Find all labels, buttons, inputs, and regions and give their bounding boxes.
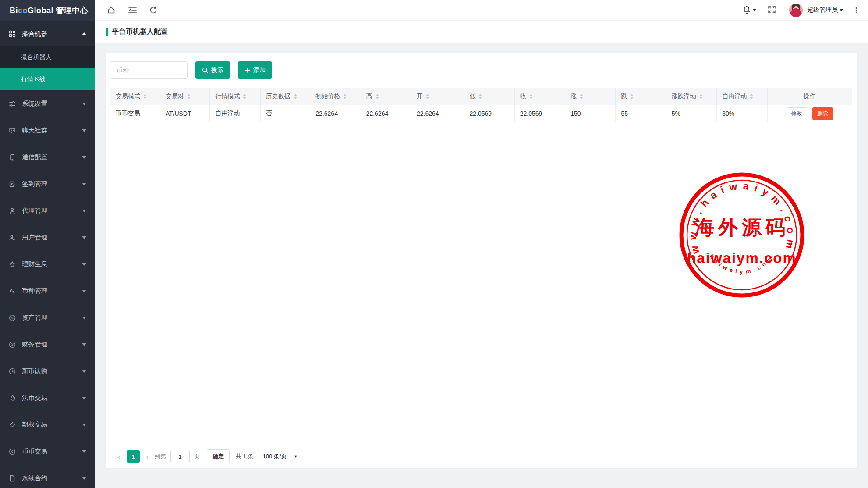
- cell-trade-mode: 币币交易: [110, 105, 160, 122]
- sort-icon[interactable]: [699, 94, 703, 99]
- phone-icon: [9, 154, 16, 161]
- column-header[interactable]: 收: [514, 88, 565, 105]
- notifications-button[interactable]: [742, 5, 756, 15]
- table-row: 币币交易 AT/USDT 自由浮动 否 22.6264 22.6264 22.6…: [110, 105, 852, 122]
- column-header[interactable]: 交易模式: [110, 88, 160, 105]
- bell-icon: [742, 5, 751, 15]
- sidebar-item-label: 新币认购: [22, 367, 47, 375]
- column-header[interactable]: 开: [411, 88, 464, 105]
- sidebar-item-system-settings[interactable]: 系统设置: [0, 90, 95, 117]
- column-header[interactable]: 自由浮动: [717, 88, 767, 105]
- admin-menu[interactable]: 超级管理员: [807, 6, 843, 14]
- sidebar-item-label: 资产管理: [22, 313, 47, 322]
- sidebar-item-coin-mgmt[interactable]: 币种管理: [0, 278, 95, 304]
- prev-page-button[interactable]: ‹: [114, 452, 124, 461]
- page-size-select[interactable]: 100 条/页 ▼: [258, 450, 302, 463]
- sort-icon[interactable]: [580, 94, 583, 99]
- cell-close: 22.0569: [514, 105, 565, 122]
- search-button[interactable]: 搜索: [195, 61, 230, 79]
- page-size-value: 100 条/页: [262, 452, 287, 460]
- svg-text:¥: ¥: [11, 342, 14, 347]
- chevron-down-icon: [82, 317, 86, 319]
- sidebar-item-label: 永续合约: [22, 474, 47, 482]
- chevron-down-icon: [82, 129, 86, 132]
- yen-circle-icon: ¥: [9, 341, 16, 348]
- sort-icon[interactable]: [294, 94, 297, 99]
- goto-page-input[interactable]: [170, 450, 190, 463]
- home-icon[interactable]: [106, 5, 116, 15]
- delete-button[interactable]: 删除: [812, 107, 833, 120]
- column-header[interactable]: 行情模式: [210, 88, 260, 105]
- sidebar-item-agent-mgmt[interactable]: 代理管理: [0, 197, 95, 224]
- avatar[interactable]: [789, 4, 803, 17]
- cell-high: 22.6264: [361, 105, 411, 122]
- sort-icon[interactable]: [529, 94, 533, 99]
- cell-pair: AT/USDT: [160, 105, 210, 122]
- column-header[interactable]: 低: [464, 88, 514, 105]
- sidebar-item-fiat-trade[interactable]: 法币交易: [0, 385, 95, 411]
- sidebar-item-matching-robot[interactable]: 撮合机器人: [0, 46, 95, 68]
- sort-icon[interactable]: [143, 94, 147, 99]
- dollar-circle-icon: $: [9, 314, 16, 321]
- sort-icon[interactable]: [343, 94, 347, 99]
- sort-icon[interactable]: [376, 94, 379, 99]
- column-header-actions: 操作: [767, 88, 852, 105]
- sidebar-item-options-trade[interactable]: 期权交易: [0, 411, 95, 438]
- cell-low: 22.0569: [464, 105, 514, 122]
- checkin-note-icon: [9, 181, 16, 188]
- sidebar-item-user-mgmt[interactable]: 用户管理: [0, 224, 95, 251]
- sidebar-item-wealth[interactable]: 理财生息: [0, 251, 95, 278]
- grid-robot-icon: [9, 30, 16, 37]
- cell-rise: 150: [565, 105, 616, 122]
- plus-icon: [244, 67, 251, 73]
- sort-icon[interactable]: [243, 94, 246, 99]
- search-input[interactable]: [110, 61, 188, 79]
- agent-person-icon: [9, 207, 16, 214]
- sidebar-item-label: 理财生息: [22, 260, 47, 268]
- kebab-menu-icon[interactable]: ⋮: [853, 7, 860, 14]
- star-icon: [9, 421, 16, 428]
- sidebar-item-finance-mgmt[interactable]: ¥ 财务管理: [0, 331, 95, 358]
- sort-icon[interactable]: [630, 94, 634, 99]
- menu-fold-icon[interactable]: [128, 5, 137, 15]
- sort-icon[interactable]: [187, 94, 191, 99]
- sidebar-item-new-coin[interactable]: 新币认购: [0, 358, 95, 385]
- column-header[interactable]: 高: [361, 88, 411, 105]
- sidebar-item-label: 用户管理: [22, 233, 47, 242]
- add-button[interactable]: 添加: [238, 61, 272, 79]
- sidebar-item-label: 财务管理: [22, 340, 47, 349]
- sliders-icon: [9, 100, 16, 107]
- chevron-down-icon: [82, 183, 86, 185]
- content-area: 搜索 添加: [95, 43, 868, 488]
- sidebar-item-chat-community[interactable]: 聊天社群: [0, 117, 95, 144]
- sort-icon[interactable]: [478, 94, 482, 99]
- chevron-down-icon: [82, 103, 86, 105]
- column-header[interactable]: 交易对: [160, 88, 210, 105]
- sort-icon[interactable]: [426, 94, 429, 99]
- sidebar-group-matching-robot[interactable]: 撮合机器: [0, 21, 95, 46]
- column-header[interactable]: 历史数据: [260, 88, 310, 105]
- fullscreen-icon[interactable]: [768, 5, 776, 15]
- sort-icon[interactable]: [750, 94, 753, 99]
- chevron-down-icon: [82, 156, 86, 159]
- sidebar-item-spot-trade[interactable]: 币币交易: [0, 438, 95, 465]
- users-icon: [9, 234, 16, 241]
- column-header[interactable]: 涨: [565, 88, 616, 105]
- sidebar-item-label: 通信配置: [22, 153, 47, 161]
- next-page-button[interactable]: ›: [142, 452, 152, 461]
- refresh-icon[interactable]: [149, 5, 158, 15]
- sidebar-item-checkin[interactable]: 签到管理: [0, 171, 95, 197]
- clock-icon: [9, 368, 16, 375]
- document-icon: [9, 475, 16, 482]
- sidebar-item-comm-config[interactable]: 通信配置: [0, 144, 95, 171]
- edit-button[interactable]: 修改: [787, 107, 807, 120]
- column-header[interactable]: 跌: [616, 88, 666, 105]
- sidebar-item-perpetual[interactable]: 永续合约: [0, 465, 95, 488]
- sidebar-item-asset-mgmt[interactable]: $ 资产管理: [0, 304, 95, 331]
- sidebar-item-kline-active[interactable]: 行情 K线: [0, 68, 95, 90]
- star-icon: [9, 261, 16, 268]
- column-header[interactable]: 初始价格: [310, 88, 361, 105]
- column-header[interactable]: 涨跌浮动: [666, 88, 716, 105]
- confirm-button[interactable]: 确定: [207, 449, 230, 463]
- page-number-button[interactable]: 1: [127, 450, 140, 463]
